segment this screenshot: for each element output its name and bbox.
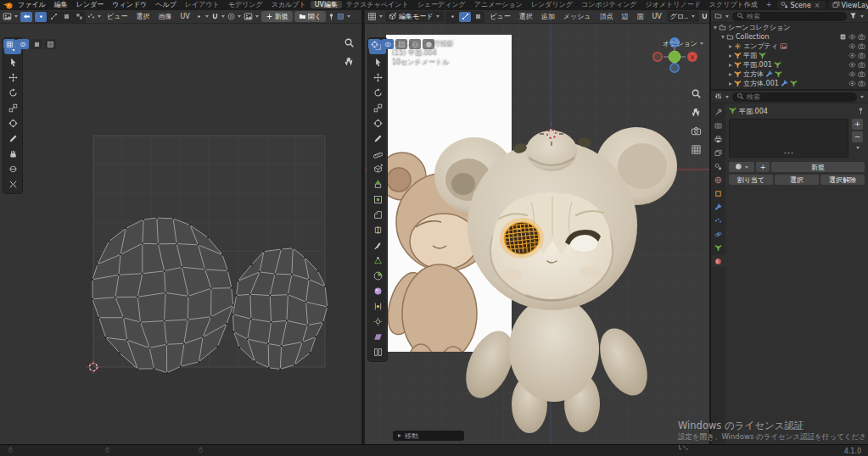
properties-tab-modifiers[interactable] <box>712 201 725 213</box>
scene-unlink-icon[interactable]: × <box>813 2 822 9</box>
uv-tool-cursor[interactable] <box>4 55 21 70</box>
uv-tool-relax[interactable] <box>4 162 21 176</box>
workspace-tab-add-workspace[interactable]: + <box>762 1 776 8</box>
viewport-zoom-icon[interactable] <box>691 88 702 99</box>
expand-icon[interactable] <box>729 73 732 76</box>
viewport-editor-type-icon[interactable] <box>367 12 377 21</box>
disable-in-renders-icon[interactable] <box>858 80 865 87</box>
tool-knife[interactable] <box>369 238 386 253</box>
properties-tab-render[interactable] <box>712 120 725 131</box>
workspace-tab-shading[interactable]: シェーディング <box>413 1 470 8</box>
viewport-menu-view[interactable]: ビュー <box>486 12 513 21</box>
uv-canvas[interactable] <box>0 24 361 444</box>
uv-overlays-toggle[interactable] <box>17 39 29 49</box>
remove-slot-button[interactable]: − <box>852 131 863 142</box>
uv-tool-transform[interactable] <box>4 116 21 131</box>
outliner-row[interactable]: エンプティ <box>711 42 868 51</box>
viewport-menu-face[interactable]: 面 <box>634 12 647 21</box>
menu-edit[interactable]: 編集 <box>50 1 72 8</box>
outliner-row[interactable]: 平面 <box>711 51 868 60</box>
uv-tool-rotate[interactable] <box>4 86 21 100</box>
properties-tab-material[interactable] <box>712 255 725 267</box>
show-overlays-toggle[interactable] <box>382 39 394 49</box>
tool-polybuild[interactable] <box>369 253 386 268</box>
uv-select-mode-edge[interactable] <box>48 12 59 22</box>
workspace-tab-rendering[interactable]: レンダリング <box>527 1 577 8</box>
chevron-down-icon[interactable] <box>725 96 729 98</box>
menu-help[interactable]: ヘルプ <box>151 1 181 8</box>
display-channels-icon[interactable] <box>337 13 344 20</box>
uv-select-mode-vertex[interactable] <box>35 12 47 22</box>
expand-icon[interactable] <box>729 54 732 58</box>
mesh-select-mode-vertex[interactable] <box>446 12 458 22</box>
viewport-menu-edge[interactable]: 辺 <box>619 12 632 21</box>
chevron-down-icon[interactable] <box>860 15 864 18</box>
workspace-tab-scripting[interactable]: スクリプト作成 <box>705 1 762 8</box>
properties-search[interactable]: 検索 <box>732 92 857 102</box>
viewlayer-selector[interactable]: ViewLayer × <box>829 1 868 9</box>
tool-scale[interactable] <box>369 101 386 115</box>
tool-annotate[interactable] <box>369 131 386 146</box>
tool-rotate[interactable] <box>369 86 386 100</box>
viewport-options-dropdown[interactable]: オプション <box>663 39 704 48</box>
workspace-tab-modeling[interactable]: モデリング <box>224 1 267 8</box>
uv-sync-toggle[interactable] <box>20 12 32 22</box>
browse-image-icon[interactable] <box>244 12 253 21</box>
properties-tab-object[interactable] <box>712 187 725 199</box>
viewport-menu-uv[interactable]: UV <box>649 13 665 20</box>
viewport-menu-select[interactable]: 選択 <box>516 12 536 21</box>
uv-stretch-display-toggle[interactable] <box>44 39 56 49</box>
tool-edge-slide[interactable] <box>369 299 386 314</box>
outliner-display-mode-icon[interactable] <box>714 12 722 19</box>
workspace-tab-texture-paint[interactable]: テクスチャペイント <box>342 1 413 8</box>
blender-logo-icon[interactable] <box>3 0 14 11</box>
properties-tab-view-layer[interactable] <box>712 147 725 158</box>
expand-icon[interactable] <box>721 36 725 39</box>
expand-icon[interactable] <box>729 45 732 48</box>
add-slot-button[interactable]: + <box>852 119 863 130</box>
shading-wireframe-toggle[interactable] <box>409 39 421 49</box>
disable-in-renders-icon[interactable] <box>858 33 865 41</box>
outliner-row[interactable]: Collection <box>711 32 868 42</box>
tool-bevel[interactable] <box>369 208 386 222</box>
viewport-pan-icon[interactable] <box>691 107 702 118</box>
expand-icon[interactable] <box>714 26 717 30</box>
workspace-tab-compositing[interactable]: コンポジティング <box>577 1 641 8</box>
uv-overlay-grid-toggle[interactable] <box>3 39 15 49</box>
open-image-button[interactable]: 開く <box>294 11 326 22</box>
sticky-select-icon[interactable] <box>87 13 95 20</box>
properties-tab-particles[interactable] <box>712 214 725 226</box>
new-material-button[interactable]: 新規 <box>771 162 865 172</box>
expand-icon[interactable] <box>729 64 732 67</box>
chevron-down-icon[interactable] <box>860 96 864 98</box>
mesh-select-mode-edge[interactable] <box>459 12 471 22</box>
uv-menu-image[interactable]: 画像 <box>154 12 175 21</box>
tool-cursor[interactable] <box>369 55 386 70</box>
tool-measure[interactable] <box>369 147 386 161</box>
tool-add-cube[interactable] <box>369 162 386 176</box>
uv-editor-type-icon[interactable] <box>3 12 12 21</box>
slot-specials-icon[interactable] <box>856 147 860 149</box>
uv-pan-icon[interactable] <box>344 56 355 67</box>
outliner-row[interactable]: 立方体.001 <box>711 79 868 88</box>
properties-tab-tool[interactable] <box>712 106 725 118</box>
pin-icon[interactable] <box>328 13 335 20</box>
transform-orientation-dropdown[interactable]: グロ.. <box>667 11 699 22</box>
menu-window[interactable]: ウィンドウ <box>108 1 151 8</box>
tool-shear[interactable] <box>369 330 386 344</box>
outliner-search[interactable]: 検索 <box>732 12 847 21</box>
uv-menu-select[interactable]: 選択 <box>132 12 153 21</box>
viewport-menu-add[interactable]: 追加 <box>538 12 558 21</box>
disable-in-renders-icon[interactable] <box>858 42 865 50</box>
tool-move[interactable] <box>369 70 386 85</box>
browse-material-dropdown[interactable] <box>729 162 754 172</box>
uv-tool-pinch[interactable] <box>4 177 21 192</box>
uv-tool-grab[interactable] <box>4 147 21 161</box>
properties-editor-type-icon[interactable] <box>714 92 722 100</box>
proportional-editing-icon[interactable] <box>227 13 235 20</box>
tool-shrink-fatten[interactable] <box>369 314 386 329</box>
uv-select-mode-face[interactable] <box>60 12 72 22</box>
viewport-menu-mesh[interactable]: メッシュ <box>560 12 595 21</box>
tool-loopcut[interactable] <box>369 223 386 237</box>
add-material-button[interactable]: + <box>756 162 770 172</box>
